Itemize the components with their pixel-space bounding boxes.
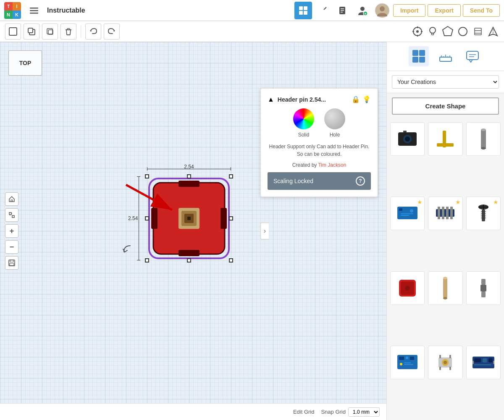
shape-item-cylinder[interactable] bbox=[466, 122, 501, 156]
sidebar-expand-button[interactable]: › bbox=[260, 223, 269, 239]
svg-rect-75 bbox=[481, 130, 486, 148]
svg-rect-107 bbox=[406, 357, 408, 359]
shape-item-standoff[interactable] bbox=[466, 271, 501, 305]
shape-wrapper[interactable]: 2.54 2.54 bbox=[147, 176, 231, 260]
popup-lock-button[interactable]: 🔒 bbox=[352, 95, 360, 103]
save-button[interactable] bbox=[5, 256, 18, 270]
popup-bulb-button[interactable]: 💡 bbox=[362, 95, 371, 103]
shape-pcb-green-icon bbox=[395, 350, 420, 375]
snap-grid-select[interactable]: 1.0 mm 0.5 mm 2.0 mm bbox=[348, 407, 380, 417]
edit-grid-link[interactable]: Edit Grid bbox=[293, 409, 315, 415]
svg-rect-117 bbox=[439, 355, 441, 358]
shape-item-bracket[interactable] bbox=[428, 122, 462, 156]
avatar-button[interactable] bbox=[373, 2, 391, 19]
shape-blue-pcb2-icon bbox=[471, 350, 496, 375]
undo-button[interactable] bbox=[85, 24, 101, 39]
shape-item-stick[interactable] bbox=[428, 271, 462, 305]
menu-icon-button[interactable] bbox=[25, 2, 43, 19]
solid-material-option[interactable]: Solid bbox=[293, 108, 314, 138]
create-shape-button[interactable]: Create Shape bbox=[392, 97, 499, 115]
save-icon bbox=[8, 260, 15, 266]
shapes-panel-button[interactable] bbox=[409, 46, 429, 66]
svg-marker-28 bbox=[443, 26, 453, 36]
ruler-panel-button[interactable] bbox=[436, 46, 456, 66]
shapes-grid: ★ ★ bbox=[387, 119, 504, 420]
svg-rect-48 bbox=[178, 181, 200, 187]
bulb-icon[interactable] bbox=[427, 26, 438, 37]
handle-top-mid[interactable] bbox=[187, 174, 191, 178]
files-icon bbox=[338, 5, 348, 16]
build-button[interactable] bbox=[314, 2, 332, 19]
handle-mid-right[interactable] bbox=[229, 216, 233, 220]
svg-rect-10 bbox=[341, 12, 343, 13]
duplicate-icon bbox=[46, 27, 54, 36]
canvas-shape[interactable]: 2.54 2.54 bbox=[147, 176, 231, 260]
solid-label: Solid bbox=[298, 132, 310, 138]
shape-item-red-box[interactable] bbox=[390, 271, 425, 305]
zoom-in-button[interactable]: + bbox=[5, 224, 18, 238]
svg-rect-87 bbox=[450, 207, 453, 219]
circle-icon[interactable] bbox=[457, 26, 469, 37]
pentagon-icon[interactable] bbox=[442, 26, 454, 37]
svg-rect-46 bbox=[151, 208, 158, 229]
hole-material-option[interactable]: Hole bbox=[324, 108, 345, 138]
toolbar bbox=[0, 21, 504, 42]
shape-camera-icon bbox=[395, 126, 420, 152]
duplicate-button[interactable] bbox=[42, 24, 58, 39]
shape-item-tactile-button[interactable] bbox=[428, 346, 462, 379]
dimension-line-vertical bbox=[139, 176, 139, 260]
snap-grid-label: Snap Grid bbox=[321, 409, 346, 415]
redo-button[interactable] bbox=[104, 24, 120, 39]
shape-item-screw[interactable]: ★ bbox=[466, 197, 501, 230]
shape-item-pcb-blue[interactable]: ★ bbox=[390, 197, 425, 230]
import-button[interactable]: Import bbox=[393, 4, 426, 17]
shape-item-blue-pcb2[interactable] bbox=[466, 346, 501, 379]
home-button[interactable] bbox=[5, 192, 18, 206]
svg-rect-56 bbox=[412, 50, 418, 56]
svg-rect-37 bbox=[12, 215, 14, 218]
grid-view-button[interactable] bbox=[294, 2, 312, 19]
right-sidebar-icons bbox=[387, 42, 504, 71]
flip-icon[interactable] bbox=[487, 26, 499, 37]
svg-rect-59 bbox=[419, 57, 425, 63]
export-button[interactable]: Export bbox=[428, 4, 460, 17]
shapes-category-dropdown[interactable]: Your Creations Basic Shapes Electronics bbox=[392, 75, 499, 89]
copy-button[interactable] bbox=[24, 24, 39, 39]
delete-button[interactable] bbox=[60, 24, 76, 39]
fit-button[interactable] bbox=[5, 208, 18, 222]
ruler-icon bbox=[438, 49, 453, 64]
canvas-area[interactable]: TOP + − bbox=[0, 42, 386, 420]
handle-bottom-left[interactable] bbox=[145, 258, 149, 262]
shapes-grid-icon bbox=[411, 49, 426, 64]
send-to-button[interactable]: Send To bbox=[463, 4, 500, 17]
shape-item-header-pins[interactable]: ★ bbox=[428, 197, 462, 230]
handle-top-right[interactable] bbox=[229, 174, 233, 178]
svg-rect-2 bbox=[30, 13, 38, 14]
user-button[interactable]: + bbox=[354, 2, 371, 19]
handle-bottom-mid[interactable] bbox=[187, 258, 191, 262]
star-badge: ★ bbox=[455, 199, 461, 205]
handle-mid-left[interactable] bbox=[145, 216, 149, 220]
zoom-out-button[interactable]: − bbox=[5, 240, 18, 254]
chat-panel-button[interactable] bbox=[462, 46, 483, 66]
svg-rect-115 bbox=[439, 367, 441, 370]
view-icon[interactable] bbox=[412, 26, 423, 37]
trash-icon bbox=[64, 27, 73, 36]
avatar-icon bbox=[375, 3, 390, 18]
layers-icon[interactable] bbox=[472, 26, 484, 37]
shape-item-camera[interactable] bbox=[390, 122, 425, 156]
popup-collapse-button[interactable]: ▲ bbox=[268, 96, 274, 103]
bottom-bar: Edit Grid Snap Grid 1.0 mm 0.5 mm 2.0 mm bbox=[0, 403, 386, 420]
main-area: TOP + − bbox=[0, 42, 504, 420]
scaling-locked-help-button[interactable]: ? bbox=[356, 176, 365, 186]
snap-grid-controls: Snap Grid 1.0 mm 0.5 mm 2.0 mm bbox=[321, 407, 380, 417]
creator-link[interactable]: Tim Jackson bbox=[318, 162, 346, 168]
shape-item-pcb-green[interactable] bbox=[390, 346, 425, 379]
handle-top-left[interactable] bbox=[145, 174, 149, 178]
svg-rect-58 bbox=[412, 57, 418, 63]
material-selector: Solid Hole bbox=[268, 108, 371, 138]
new-button[interactable] bbox=[5, 24, 21, 39]
rotation-handle[interactable] bbox=[122, 244, 134, 258]
files-button[interactable] bbox=[334, 2, 352, 19]
handle-bottom-right[interactable] bbox=[229, 258, 233, 262]
